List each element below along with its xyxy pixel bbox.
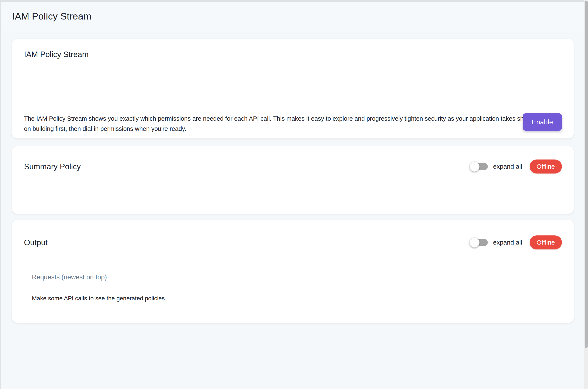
status-badge: Offline <box>530 235 562 249</box>
toggle-knob[interactable] <box>470 162 479 172</box>
enable-button[interactable]: Enable <box>523 113 562 131</box>
expand-all-toggle[interactable] <box>470 162 488 172</box>
output-controls: expand all Offline <box>470 235 562 249</box>
expand-all-label: expand all <box>493 239 522 246</box>
expand-all-toggle[interactable] <box>470 238 488 248</box>
intro-description: The IAM Policy Stream shows you exactly … <box>24 113 562 134</box>
output-card: Output expand all Offline Requests (newe… <box>12 220 574 323</box>
vertical-scrollbar-track[interactable] <box>584 0 588 389</box>
intro-card: IAM Policy Stream The IAM Policy Stream … <box>12 39 574 138</box>
window-left-edge <box>0 2 1 389</box>
window-top-edge <box>0 0 584 2</box>
intro-card-title: IAM Policy Stream <box>24 50 89 59</box>
vertical-scrollbar-thumb[interactable] <box>585 1 588 348</box>
expand-all-label: expand all <box>493 163 522 170</box>
status-badge: Offline <box>530 160 562 173</box>
requests-empty-message: Make some API calls to see the generated… <box>32 294 562 303</box>
requests-panel: Requests (newest on top) Make some API c… <box>24 273 562 303</box>
requests-panel-title: Requests (newest on top) <box>32 273 562 282</box>
page-header: IAM Policy Stream <box>1 2 584 32</box>
summary-policy-title: Summary Policy <box>24 162 81 171</box>
page-title: IAM Policy Stream <box>12 11 92 22</box>
summary-policy-controls: expand all Offline <box>470 160 562 173</box>
requests-divider <box>24 289 562 289</box>
output-title: Output <box>24 238 48 247</box>
summary-policy-card: Summary Policy expand all Offline <box>12 146 574 214</box>
toggle-knob[interactable] <box>470 238 479 248</box>
